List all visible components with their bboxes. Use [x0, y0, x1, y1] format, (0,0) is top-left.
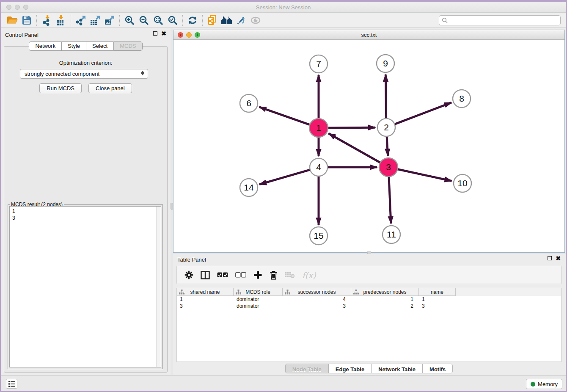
network-canvas[interactable]: 7 9 6 8 1 2 4 3 14 10 15 11 [173, 40, 564, 252]
column-label: MCDS role [245, 289, 270, 295]
table-cell[interactable]: 4 [283, 296, 351, 303]
cb-checked-icon[interactable] [217, 272, 228, 278]
clone-network-icon[interactable] [205, 14, 220, 27]
node-4[interactable]: 4 [310, 158, 328, 176]
node-10[interactable]: 10 [454, 174, 471, 192]
network-frame-titlebar[interactable]: x – + scc.txt [173, 30, 564, 40]
application-window: Session: New Session Control Panel ✖ Net… [1, 2, 566, 391]
zoom-in-icon[interactable] [122, 14, 137, 27]
table-cell[interactable]: 3 [419, 303, 456, 309]
table-panel: Table Panel ✖ f(x) shared nameMCDS roles… [173, 254, 565, 375]
column-label: predecessor nodes [363, 289, 406, 295]
node-label: 14 [244, 182, 254, 192]
optimization-criterion-label: Optimization criterion: [4, 60, 167, 66]
node-14[interactable]: 14 [240, 179, 258, 196]
result-scrollbar[interactable] [156, 207, 161, 367]
node-3[interactable]: 3 [379, 158, 398, 177]
table-header-row: shared nameMCDS rolesuccessor nodesprede… [177, 288, 561, 296]
edge-1-6[interactable] [259, 107, 311, 125]
table-cell[interactable]: 1 [177, 296, 234, 303]
save-icon[interactable] [19, 14, 34, 27]
node-11[interactable]: 11 [383, 226, 400, 243]
columns-icon[interactable] [201, 271, 210, 279]
table-cell[interactable]: 3 [283, 303, 351, 309]
zoom-out-icon[interactable] [137, 14, 151, 27]
table-cell[interactable]: 3 [177, 303, 234, 309]
list-icon [8, 381, 15, 387]
home-icon[interactable] [220, 14, 234, 27]
plus-icon[interactable] [253, 271, 262, 279]
table-cell[interactable]: 1 [351, 296, 419, 303]
refresh-icon[interactable] [185, 14, 200, 27]
open-folder-icon[interactable] [5, 14, 19, 27]
node-1[interactable]: 1 [309, 119, 328, 137]
node-9[interactable]: 9 [377, 55, 394, 72]
edge-3-1[interactable] [329, 133, 381, 163]
run-mcds-button[interactable]: Run MCDS [39, 83, 82, 93]
tab-style[interactable]: Style [61, 41, 86, 51]
export-table-icon[interactable] [88, 14, 102, 27]
column-header-name[interactable]: name [419, 288, 456, 296]
optimization-criterion-dropdown[interactable]: strongly connected component [20, 69, 148, 79]
network-graph[interactable]: 7 9 6 8 1 2 4 3 14 10 15 11 [173, 40, 567, 253]
table-float-icon[interactable] [548, 256, 552, 260]
node-6[interactable]: 6 [240, 94, 258, 112]
tab-network-table[interactable]: Network Table [371, 364, 422, 373]
mcds-result-textarea[interactable]: 13 [9, 206, 161, 367]
close-panel-button[interactable]: Close panel [88, 83, 132, 93]
export-image-icon[interactable] [102, 14, 117, 27]
table-cell[interactable]: 2 [351, 303, 419, 309]
node-8[interactable]: 8 [453, 90, 471, 108]
node-15[interactable]: 15 [310, 227, 328, 245]
search-box[interactable] [439, 15, 561, 25]
edge-2-9[interactable] [385, 75, 386, 119]
column-header-successor-nodes[interactable]: successor nodes [283, 288, 351, 296]
tab-network[interactable]: Network [29, 41, 61, 51]
tab-node-table[interactable]: Node Table [285, 364, 328, 373]
style-paint-icon[interactable] [234, 14, 248, 27]
node-label: 4 [316, 162, 321, 172]
column-header-predecessor-nodes[interactable]: predecessor nodes [351, 288, 419, 296]
table-row[interactable]: 1dominator411 [177, 296, 561, 303]
table-cell[interactable]: dominator [234, 303, 283, 309]
edge-2-8[interactable] [394, 102, 451, 124]
export-network-icon[interactable] [74, 14, 88, 27]
import-table-icon[interactable] [54, 14, 68, 27]
memory-status-icon [531, 382, 535, 386]
cb-unchecked-icon[interactable] [235, 272, 246, 278]
table-toolbar: f(x) [176, 266, 561, 284]
column-header-MCDS-role[interactable]: MCDS role [234, 288, 283, 296]
edge-4-14[interactable] [259, 169, 311, 184]
task-history-button[interactable] [6, 379, 17, 389]
import-network-icon[interactable] [39, 14, 54, 27]
edge-3-11[interactable] [389, 176, 391, 224]
node-7[interactable]: 7 [310, 55, 328, 73]
tab-select[interactable]: Select [86, 41, 113, 51]
column-header-shared-name[interactable]: shared name [177, 288, 234, 296]
tab-motifs[interactable]: Motifs [422, 364, 453, 373]
result-line: 3 [12, 215, 158, 221]
dropdown-value: strongly connected component [25, 71, 99, 77]
tab-mcds[interactable]: MCDS [113, 41, 142, 51]
control-panel: Control Panel ✖ NetworkStyleSelectMCDS O… [1, 28, 171, 375]
close-panel-icon[interactable]: ✖ [161, 31, 166, 36]
edge-1-2[interactable] [327, 127, 375, 128]
zoom-selected-icon[interactable] [165, 14, 180, 27]
zoom-fit-icon[interactable] [151, 14, 165, 27]
control-panel-title: Control Panel [5, 32, 39, 38]
node-table[interactable]: shared nameMCDS rolesuccessor nodesprede… [176, 288, 561, 362]
tab-edge-table[interactable]: Edge Table [328, 364, 371, 373]
memory-button[interactable]: Memory [526, 379, 562, 389]
node-2[interactable]: 2 [377, 119, 395, 136]
edge-3-10[interactable] [397, 169, 452, 181]
edge-2-3[interactable] [387, 135, 388, 156]
table-cell[interactable]: 1 [419, 296, 456, 303]
table-cell[interactable]: dominator [234, 296, 283, 303]
gear-icon[interactable] [184, 271, 193, 279]
float-panel-icon[interactable] [153, 31, 157, 36]
table-close-icon[interactable]: ✖ [556, 256, 561, 260]
trash-icon[interactable] [270, 271, 278, 280]
column-label: name [431, 289, 443, 295]
table-row[interactable]: 3dominator323 [177, 303, 561, 309]
search-input[interactable] [448, 16, 560, 25]
